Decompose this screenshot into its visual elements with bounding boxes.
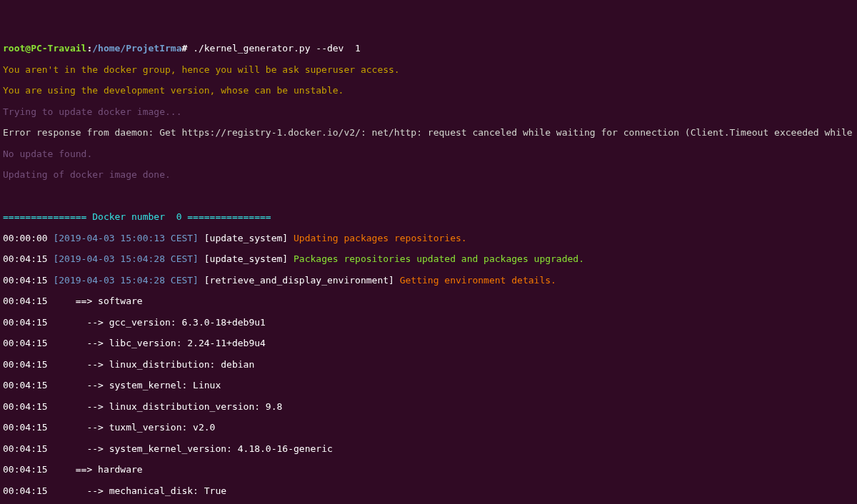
log-row-09: 00:04:15 --> linux_distribution_version:… bbox=[3, 402, 854, 413]
prompt-line[interactable]: root@PC-Travail:/home/ProjetIrma# ./kern… bbox=[3, 44, 854, 54]
docker-separator: =============== Docker number 0 ========… bbox=[3, 212, 854, 223]
blank-line bbox=[3, 191, 854, 202]
log-row-04: 00:04:15 ==> software bbox=[3, 296, 854, 307]
log-row-10: 00:04:15 --> tuxml_version: v2.0 bbox=[3, 423, 854, 433]
info-line-6: Updating of docker image done. bbox=[3, 170, 854, 181]
log-row-07: 00:04:15 --> linux_distribution: debian bbox=[3, 360, 854, 371]
log-row-06: 00:04:15 --> libc_version: 2.24-11+deb9u… bbox=[3, 338, 854, 349]
log-row-01: 00:00:00 [2019-04-03 15:00:13 CEST] [upd… bbox=[3, 233, 854, 244]
prompt-user-host: root@PC-Travail bbox=[3, 43, 86, 54]
log-row-05: 00:04:15 --> gcc_version: 6.3.0-18+deb9u… bbox=[3, 318, 854, 328]
info-line-5: No update found. bbox=[3, 149, 854, 160]
log-row-13: 00:04:15 --> mechanical_disk: True bbox=[3, 486, 854, 497]
log-row-11: 00:04:15 --> system_kernel_version: 4.18… bbox=[3, 444, 854, 455]
log-row-12: 00:04:15 ==> hardware bbox=[3, 465, 854, 475]
prompt-space bbox=[187, 43, 193, 54]
log-row-02: 00:04:15 [2019-04-03 15:04:28 CEST] [upd… bbox=[3, 254, 854, 265]
terminal-window: { "prompt": { "user_host": "root@PC-Trav… bbox=[0, 0, 857, 504]
log-row-08: 00:04:15 --> system_kernel: Linux bbox=[3, 380, 854, 391]
error-line-4: Error response from daemon: Get https://… bbox=[3, 128, 854, 138]
warn-line-1: You aren't in the docker group, hence yo… bbox=[3, 65, 854, 76]
command-text: ./kernel_generator.py --dev 1 bbox=[193, 43, 361, 54]
warn-line-2: You are using the development version, w… bbox=[3, 86, 854, 96]
log-row-03: 00:04:15 [2019-04-03 15:04:28 CEST] [ret… bbox=[3, 276, 854, 286]
prompt-path: /home/ProjetIrma bbox=[92, 43, 181, 54]
info-line-3: Trying to update docker image... bbox=[3, 107, 854, 118]
